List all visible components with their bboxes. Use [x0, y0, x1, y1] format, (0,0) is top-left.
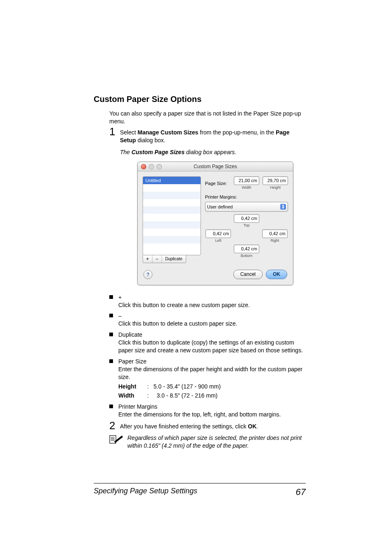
- dialog-appears-caption: The Custom Page Sizes dialog box appears…: [120, 148, 306, 156]
- bullet-paper-size: Paper Size Enter the dimensions of the p…: [109, 358, 306, 400]
- ok-button[interactable]: OK: [266, 270, 287, 279]
- section-heading: Custom Paper Size Options: [94, 95, 306, 104]
- margins-select[interactable]: User defined ▲▼: [205, 202, 288, 212]
- height-field[interactable]: 29,70 cm: [263, 176, 288, 185]
- chevron-up-down-icon: ▲▼: [280, 204, 286, 210]
- bullet-minus: – Click this button to delete a custom p…: [109, 312, 306, 328]
- margin-left-field[interactable]: 0,42 cm: [205, 229, 231, 238]
- help-button[interactable]: ?: [143, 270, 152, 279]
- dialog-title: Custom Page Sizes: [138, 163, 293, 170]
- step-2-number: 2: [109, 420, 120, 431]
- printer-margins-label: Printer Margins:: [205, 194, 288, 200]
- bullet-plus: + Click this button to create a new cust…: [109, 294, 306, 309]
- note-text: Regardless of which paper size is select…: [127, 434, 306, 450]
- bullet-printer-margins: Printer Margins Enter the dimensions for…: [109, 403, 306, 419]
- remove-button[interactable]: −: [152, 255, 162, 263]
- cancel-button[interactable]: Cancel: [233, 270, 263, 279]
- step-1-number: 1: [109, 126, 120, 137]
- step-2-text: After you have finished entering the set…: [120, 422, 306, 430]
- duplicate-button[interactable]: Duplicate: [162, 255, 186, 263]
- list-item[interactable]: Untitled: [143, 177, 201, 184]
- margin-bottom-field[interactable]: 0,42 cm: [234, 245, 259, 253]
- custom-page-sizes-dialog: Custom Page Sizes Untitled +: [137, 162, 293, 285]
- width-field[interactable]: 21,00 cm: [234, 176, 259, 185]
- bullet-duplicate: Duplicate Click this button to duplicate…: [109, 331, 306, 354]
- size-list[interactable]: Untitled: [143, 176, 201, 255]
- step-1-text: Select Manage Custom Sizes from the pop-…: [120, 128, 306, 144]
- add-button[interactable]: +: [143, 255, 152, 263]
- note-icon: [109, 434, 123, 446]
- page-size-label: Page Size:: [205, 180, 231, 187]
- margin-right-field[interactable]: 0,42 cm: [262, 229, 288, 238]
- margin-top-field[interactable]: 0,42 cm: [234, 214, 259, 223]
- page-number: 67: [296, 487, 306, 497]
- intro-text: You can also specify a paper size that i…: [109, 110, 306, 125]
- footer-section-title: Specifying Page Setup Settings: [94, 487, 197, 497]
